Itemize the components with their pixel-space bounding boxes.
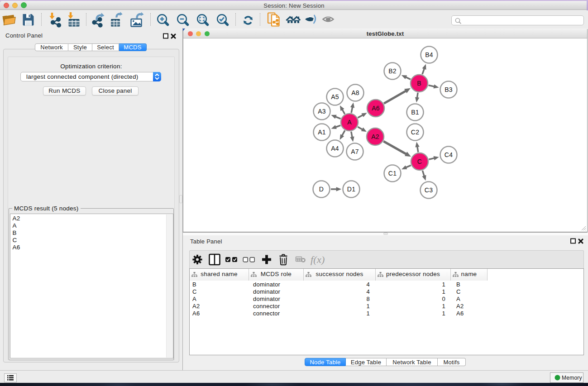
svg-text:B2: B2 xyxy=(388,67,397,75)
svg-text:B3: B3 xyxy=(445,86,453,93)
svg-text:A2: A2 xyxy=(371,133,379,140)
svg-text:C4: C4 xyxy=(445,151,453,158)
svg-text:A7: A7 xyxy=(351,148,359,155)
svg-text:f(x): f(x) xyxy=(311,254,325,265)
svg-text:A: A xyxy=(347,119,352,126)
svg-text:A6: A6 xyxy=(372,105,380,112)
svg-text:C1: C1 xyxy=(388,170,397,177)
svg-text:A4: A4 xyxy=(331,145,339,152)
svg-text:C2: C2 xyxy=(411,129,419,136)
svg-text:D1: D1 xyxy=(347,186,355,193)
svg-text:A8: A8 xyxy=(351,89,359,96)
svg-text:A1: A1 xyxy=(318,129,326,136)
svg-text:C3: C3 xyxy=(425,186,433,194)
svg-text:A5: A5 xyxy=(331,93,339,100)
svg-text:D: D xyxy=(319,186,324,193)
svg-text:B: B xyxy=(417,80,421,87)
svg-text:C: C xyxy=(417,158,422,165)
svg-text:A3: A3 xyxy=(318,108,326,115)
svg-text:B4: B4 xyxy=(425,51,433,58)
svg-text:B1: B1 xyxy=(411,109,419,116)
